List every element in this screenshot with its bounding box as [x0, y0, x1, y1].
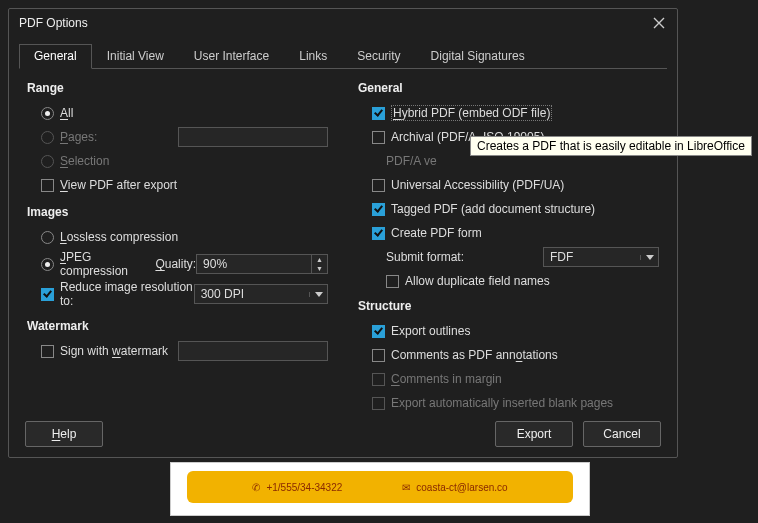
tab-digital-signatures[interactable]: Digital Signatures: [416, 44, 540, 69]
structure-heading: Structure: [358, 299, 659, 313]
ua-label: Universal Accessibility (PDF/UA): [391, 178, 564, 192]
view-after-export-label: View PDF after export: [60, 178, 177, 192]
doc-phone-text: +1/555/34-34322: [266, 482, 342, 493]
chevron-down-icon: [309, 292, 327, 297]
auto-blank-row: Export automatically inserted blank page…: [358, 392, 659, 414]
jpeg-label: JPEG compression: [60, 250, 150, 278]
tab-general[interactable]: General: [19, 44, 92, 69]
export-button[interactable]: Export: [495, 421, 573, 447]
check-duplicate-field-names[interactable]: [386, 275, 399, 288]
check-tagged-pdf[interactable]: [372, 203, 385, 216]
radio-pages[interactable]: [41, 131, 54, 144]
radio-all[interactable]: [41, 107, 54, 120]
quality-spinner[interactable]: 90% ▲▼: [196, 254, 328, 274]
submit-format-label: Submit format:: [386, 250, 464, 264]
check-reduce-resolution[interactable]: [41, 288, 54, 301]
range-heading: Range: [27, 81, 328, 95]
tab-links[interactable]: Links: [284, 44, 342, 69]
create-form-label: Create PDF form: [391, 226, 482, 240]
check-hybrid-pdf[interactable]: [372, 107, 385, 120]
reduce-label: Reduce image resolution to:: [60, 280, 194, 308]
tab-security[interactable]: Security: [342, 44, 415, 69]
close-button[interactable]: [647, 11, 671, 35]
range-selection-row[interactable]: Selection: [27, 150, 328, 172]
outlines-row[interactable]: Export outlines: [358, 320, 659, 342]
tagged-row[interactable]: Tagged PDF (add document structure): [358, 198, 659, 220]
tooltip: Creates a PDF that is easily editable in…: [470, 136, 752, 156]
dialog-body: Range All Pages: Selection View PDF afte…: [9, 69, 677, 415]
doc-email-text: coasta-ct@larsen.co: [416, 482, 507, 493]
tagged-label: Tagged PDF (add document structure): [391, 202, 595, 216]
close-icon: [653, 17, 665, 29]
comments-margin-row: Comments in margin: [358, 368, 659, 390]
dialog-footer: Help Export Cancel: [9, 415, 677, 457]
submit-format-value: FDF: [544, 250, 640, 264]
check-export-outlines[interactable]: [372, 325, 385, 338]
titlebar: PDF Options: [9, 9, 677, 37]
radio-all-label: All: [60, 106, 73, 120]
check-comments-margin: [372, 373, 385, 386]
spin-down-icon[interactable]: ▼: [312, 264, 327, 273]
doc-phone: ✆ +1/555/34-34322: [252, 482, 342, 493]
phone-icon: ✆: [252, 482, 260, 493]
lossless-row[interactable]: Lossless compression: [27, 226, 328, 248]
pdfa-version-label: PDF/A ve: [386, 154, 437, 168]
jpeg-row[interactable]: JPEG compression Quality: 90% ▲▼: [27, 250, 328, 278]
dialog-title: PDF Options: [19, 16, 647, 30]
check-create-pdf-form[interactable]: [372, 227, 385, 240]
watermark-input[interactable]: [178, 341, 328, 361]
document-footer-bar: ✆ +1/555/34-34322 ✉ coasta-ct@larsen.co: [187, 471, 573, 503]
watermark-row[interactable]: Sign with watermark: [27, 340, 328, 362]
doc-email: ✉ coasta-ct@larsen.co: [402, 482, 507, 493]
range-pages-row[interactable]: Pages:: [27, 126, 328, 148]
reduce-combo[interactable]: 300 DPI: [194, 284, 328, 304]
chevron-down-icon: [640, 255, 658, 260]
left-column: Range All Pages: Selection View PDF afte…: [27, 79, 328, 411]
tab-bar: General Initial View User Interface Link…: [19, 43, 667, 69]
check-universal-accessibility[interactable]: [372, 179, 385, 192]
watermark-heading: Watermark: [27, 319, 328, 333]
quality-label: Quality:: [155, 257, 196, 271]
tab-user-interface[interactable]: User Interface: [179, 44, 284, 69]
hybrid-label: Hybrid PDF (embed ODF file): [391, 105, 552, 121]
dup-fields-row[interactable]: Allow duplicate field names: [358, 270, 659, 292]
help-button[interactable]: Help: [25, 421, 103, 447]
right-column: General Hybrid PDF (embed ODF file) Arch…: [358, 79, 659, 411]
pdf-options-dialog: PDF Options General Initial View User In…: [8, 8, 678, 458]
radio-lossless[interactable]: [41, 231, 54, 244]
view-after-export-row[interactable]: View PDF after export: [27, 174, 328, 196]
create-form-row[interactable]: Create PDF form: [358, 222, 659, 244]
check-view-after-export[interactable]: [41, 179, 54, 192]
spin-up-icon[interactable]: ▲: [312, 255, 327, 264]
range-all-row[interactable]: All: [27, 102, 328, 124]
ua-row[interactable]: Universal Accessibility (PDF/UA): [358, 174, 659, 196]
submit-format-row: Submit format: FDF: [358, 246, 659, 268]
cancel-button[interactable]: Cancel: [583, 421, 661, 447]
radio-jpeg[interactable]: [41, 258, 54, 271]
pages-input[interactable]: [178, 127, 328, 147]
images-heading: Images: [27, 205, 328, 219]
dup-fields-label: Allow duplicate field names: [405, 274, 550, 288]
quality-value: 90%: [197, 257, 311, 271]
reduce-value: 300 DPI: [195, 287, 309, 301]
comments-ann-label: Comments as PDF annotations: [391, 348, 558, 362]
tab-initial-view[interactable]: Initial View: [92, 44, 179, 69]
general-heading: General: [358, 81, 659, 95]
document-preview: ✆ +1/555/34-34322 ✉ coasta-ct@larsen.co: [170, 462, 590, 516]
watermark-label: Sign with watermark: [60, 344, 168, 358]
submit-format-combo[interactable]: FDF: [543, 247, 659, 267]
radio-selection[interactable]: [41, 155, 54, 168]
check-archival[interactable]: [372, 131, 385, 144]
check-watermark[interactable]: [41, 345, 54, 358]
check-comments-annotations[interactable]: [372, 349, 385, 362]
check-auto-blank-pages: [372, 397, 385, 410]
comments-ann-row[interactable]: Comments as PDF annotations: [358, 344, 659, 366]
reduce-row[interactable]: Reduce image resolution to: 300 DPI: [27, 280, 328, 308]
hybrid-row[interactable]: Hybrid PDF (embed ODF file): [358, 102, 659, 124]
comments-margin-label: Comments in margin: [391, 372, 502, 386]
radio-selection-label: Selection: [60, 154, 109, 168]
radio-pages-label: Pages:: [60, 130, 97, 144]
lossless-label: Lossless compression: [60, 230, 178, 244]
auto-blank-label: Export automatically inserted blank page…: [391, 396, 613, 410]
mail-icon: ✉: [402, 482, 410, 493]
